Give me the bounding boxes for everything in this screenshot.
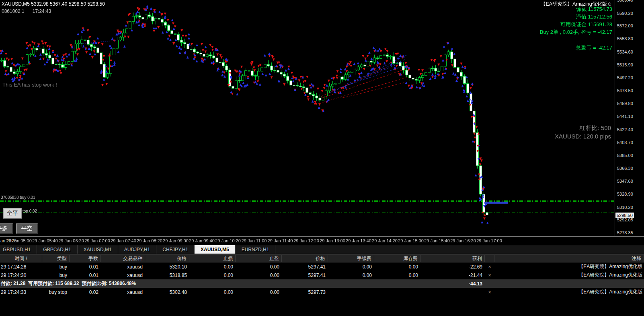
col-commission[interactable]: 手续费 xyxy=(328,255,374,262)
order-current-price: 5297.73 xyxy=(282,289,328,295)
total-profit: -44.13 xyxy=(420,281,485,287)
order-profit: -21.44 xyxy=(420,273,485,278)
col-symbol[interactable]: 交易品种 xyxy=(101,255,145,262)
price-axis-label: 5590.20 xyxy=(617,11,633,16)
col-price2[interactable]: 价格 xyxy=(282,255,328,262)
open-position-stat: Buy 2单 , 0.02手, 盈亏 = -42.17 xyxy=(540,29,612,36)
tab-gbpcad-h1[interactable]: GBPCAD,H1 xyxy=(37,245,77,254)
col-lots[interactable]: 手数 xyxy=(70,255,101,262)
price-axis-label: 5310.20 xyxy=(617,205,633,210)
order-time: 29 17:24:26 xyxy=(0,264,42,270)
time-axis-label: 29 Jan 10:20 xyxy=(215,238,241,243)
order-symbol: xauusd xyxy=(101,289,145,295)
tab-audjpy-h1[interactable]: AUDJPY,H1 xyxy=(118,245,156,254)
price-axis-label: 5553.80 xyxy=(617,36,633,41)
price-axis-label: 5478.50 xyxy=(617,88,633,93)
time-axis-label: 29 Jan 11:40 xyxy=(268,238,293,243)
time-axis[interactable]: an 202629 Jan 05:0029 Jan 05:4029 Jan 06… xyxy=(0,236,644,245)
price-axis-label: 5366.30 xyxy=(617,166,633,171)
time-axis-label: 29 Jan 13:00 xyxy=(320,238,345,243)
table-header: 时间 / 类型 手数 交易品种 价格 止损 止盈 价格 手续费 库存费 获利 注… xyxy=(0,254,644,262)
price-axis[interactable]: 5609.405590.205572.005553.805534.605515.… xyxy=(615,0,644,236)
col-price[interactable]: 价格 xyxy=(145,255,189,262)
price-axis-label: 5441.10 xyxy=(617,114,633,119)
pending-order-row[interactable]: 29 17:24:33 buy stop 0.02 xauusd 5302.48… xyxy=(0,288,644,296)
order-type: buy xyxy=(42,273,70,278)
terminal-panel: 时间 / 类型 手数 交易品种 价格 止损 止盈 价格 手续费 库存费 获利 注… xyxy=(0,254,644,296)
col-tp[interactable]: 止盈 xyxy=(236,255,282,262)
order-type: buy stop xyxy=(42,289,70,295)
ea-stop-notice: This EA has stop work ! xyxy=(2,82,57,88)
order-row[interactable]: 29 17:24:30 buy 0.01 xauusd 5318.85 0.00… xyxy=(0,271,644,279)
col-type[interactable]: 类型 xyxy=(42,255,70,262)
time-axis-label: 29 Jan 06:20 xyxy=(58,238,84,243)
current-price-tag: 5298.50 xyxy=(615,213,634,218)
close-order-icon[interactable]: × xyxy=(485,273,494,278)
order-commission: 0.00 xyxy=(328,264,374,270)
order-current-price: 5297.41 xyxy=(282,273,328,278)
col-time[interactable]: 时间 / xyxy=(0,255,42,262)
order-comment: 【EA研究院】Amazing优化版 xyxy=(494,263,644,270)
time-axis-label: 29 Jan 17:00 xyxy=(476,238,502,243)
leverage-info: 杠杆比: 500 xyxy=(580,124,611,132)
col-sl[interactable]: 止损 xyxy=(189,255,236,262)
time-axis-label: 29 Jan 08:20 xyxy=(137,238,162,243)
time-axis-label: 29 Jan 05:40 xyxy=(32,238,58,243)
time-axis-label: 29 Jan 05:00 xyxy=(6,238,32,243)
price-chart-canvas[interactable] xyxy=(0,0,614,236)
tab-gbpusd-h1[interactable]: GBPUSD,H1 xyxy=(0,245,37,254)
close-order-icon[interactable]: × xyxy=(485,289,494,295)
close-long-button[interactable]: 平多 xyxy=(0,223,13,234)
time-axis-label: 29 Jan 11:00 xyxy=(242,238,267,243)
price-axis-label: 5515.90 xyxy=(617,62,633,67)
tab-xauusd-m1[interactable]: XAUUSD,M1 xyxy=(78,245,118,254)
order-row[interactable]: 29 17:24:26 buy 0.01 xauusd 5320.10 0.00… xyxy=(0,262,644,271)
tab-xauusd-m5[interactable]: XAUUSD,M5 xyxy=(195,245,236,254)
order-sl: 0.00 xyxy=(189,289,236,295)
buy-order-line-label: 37085838 buy 0.01 xyxy=(1,195,35,200)
col-comment[interactable]: 注释 xyxy=(494,255,644,262)
close-short-button[interactable]: 平空 xyxy=(16,223,38,234)
price-axis-label: 5572.00 xyxy=(617,23,633,28)
free-margin-stat: 可用保证金 115691.28 xyxy=(560,21,612,28)
close-all-button[interactable]: 全平 xyxy=(3,208,22,219)
time-axis-label: 29 Jan 07:40 xyxy=(111,238,136,243)
tab-chfjpy-h1[interactable]: CHFJPY,H1 xyxy=(156,245,195,254)
price-axis-label: 5273.35 xyxy=(617,230,633,235)
margin-summary: 付款: 21.28 可用预付款: 115 689.32 预付款比例: 54380… xyxy=(0,280,420,287)
price-axis-label: 5459.80 xyxy=(617,101,633,106)
close-order-icon[interactable]: × xyxy=(485,264,494,270)
order-type: buy xyxy=(42,264,70,270)
time-axis-label: 29 Jan 15:00 xyxy=(398,238,424,243)
time-axis-label: 29 Jan 09:00 xyxy=(163,238,189,243)
order-profit: -22.69 xyxy=(420,264,485,270)
order-current-price: 5297.41 xyxy=(282,264,328,270)
order-open-price: 5302.48 xyxy=(145,289,189,295)
order-sl: 0.00 xyxy=(189,273,236,278)
col-swap[interactable]: 库存费 xyxy=(374,255,420,262)
balance-row[interactable]: 付款: 21.28 可用预付款: 115 689.32 预付款比例: 54380… xyxy=(0,279,644,288)
spread-info: XAUUSD: 120.0 pips xyxy=(555,133,611,140)
account-time-line: 0861002.1 17:24:43 xyxy=(2,8,51,14)
tab-eurnzd-h1[interactable]: EURNZD,H1 xyxy=(236,245,276,254)
col-close xyxy=(485,255,494,262)
order-commission: 0.00 xyxy=(328,273,374,278)
balance-stat: 馀额 115754.73 xyxy=(576,6,612,13)
order-open-price: 5318.85 xyxy=(145,273,189,278)
time-axis-label: 29 Jan 14:20 xyxy=(372,238,398,243)
time-axis-label: 29 Jan 13:40 xyxy=(346,238,371,243)
col-time-label: 时间 xyxy=(14,255,24,262)
time-axis-label: 29 Jan 16:20 xyxy=(450,238,476,243)
col-profit[interactable]: 获利 xyxy=(420,255,485,262)
price-axis-label: 5609.40 xyxy=(617,0,633,2)
time-axis-label: 29 Jan 15:40 xyxy=(424,238,450,243)
order-swap: 0.00 xyxy=(374,273,420,278)
order-time: 29 17:24:33 xyxy=(0,289,42,295)
order-comment: 【EA研究院】Amazing优化版 xyxy=(494,272,644,279)
order-tp: 0.00 xyxy=(236,289,282,295)
order-time: 29 17:24:30 xyxy=(0,273,42,278)
price-axis-label: 5385.00 xyxy=(617,153,633,158)
order-lots: 0.01 xyxy=(70,264,101,270)
order-symbol: xauusd xyxy=(101,273,145,278)
price-axis-label: 5347.60 xyxy=(617,179,633,184)
